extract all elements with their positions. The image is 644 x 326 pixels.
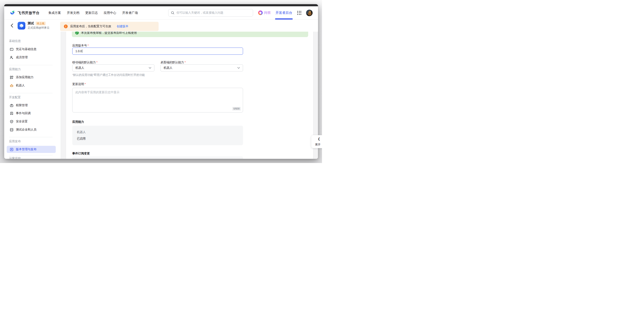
chevron-down-icon [237, 67, 240, 69]
main-content: ✓ 本次发布免审核，提交发布后即可上线使用 应用版本号* 1.0.0 移动端的默… [66, 32, 313, 159]
capability-helper-text: “默认的应用功能”即用户通过工作台访问应用时打开的功能 [72, 73, 145, 77]
mobile-capability-select[interactable]: 机器人 [72, 64, 154, 72]
app-name: 测试 [28, 21, 34, 25]
sidebar-item-credentials[interactable]: 凭证与基础信息 [7, 46, 56, 53]
sidebar-divider [9, 155, 52, 155]
shield-check-icon [10, 120, 14, 124]
sidebar-section-dev-config: 开发配置 [9, 96, 21, 99]
desktop-background: 飞书开放平台 集成方案 开发文档 更新日志 应用中心 开发者广场 你可以输入关键… [0, 0, 322, 163]
expand-label: 展开 [315, 143, 320, 146]
sidebar-divider [9, 65, 52, 65]
event-summary-card-partial [72, 156, 243, 159]
success-text: 本次发布免审核，提交发布后即可上线使用 [81, 32, 137, 35]
status-badge: 待上线 [36, 22, 46, 25]
warning-icon: ! [64, 24, 68, 28]
qna-link[interactable]: 问答 [258, 10, 271, 15]
brand-name: 飞书开放平台 [18, 10, 40, 15]
nav-item-app-center[interactable]: 应用中心 [104, 11, 116, 15]
code-square-icon [10, 128, 14, 132]
release-notes-label: 更新说明* [72, 82, 86, 86]
warning-text: 应用发布后，当前配置方可生效 [70, 24, 111, 28]
sidebar-divider [9, 93, 52, 93]
publish-arrow-icon [10, 148, 14, 151]
sidebar-section-release: 应用发布 [9, 140, 21, 143]
event-section-heading: 事件订阅变更 [72, 152, 90, 156]
nav-item-docs[interactable]: 开发文档 [67, 11, 80, 15]
success-banner: ✓ 本次发布免审核，提交发布后即可上线使用 [72, 32, 308, 37]
person-add-icon [10, 56, 14, 59]
app-icon [18, 22, 25, 30]
release-notes-placeholder: 此内容将于应用的更新日志中显示 [76, 90, 240, 94]
publish-warning-banner: ! 应用发布后，当前配置方可生效 创建版本 [60, 22, 158, 31]
feishu-logo-icon [10, 10, 16, 16]
double-chevron-left-icon: 《 [316, 137, 320, 142]
sidebar-item-members[interactable]: 成员管理 [7, 54, 56, 61]
back-button[interactable] [10, 24, 15, 28]
robot-icon [10, 84, 14, 87]
qna-label: 问答 [264, 11, 271, 15]
capability-status: 已启用 [77, 137, 238, 140]
expand-panel-button[interactable]: 《 展开 [311, 135, 322, 148]
briefcase-icon [10, 104, 14, 107]
text-caret [82, 50, 82, 53]
capability-section-heading: 应用能力 [72, 120, 84, 124]
sidebar-item-add-capability[interactable]: 添加应用能力 [7, 74, 56, 81]
sidebar-section-monitoring: 运营监控 [9, 156, 21, 159]
version-input[interactable]: 1.0.0 [72, 48, 243, 55]
sidebar-section-basic-info: 基础信息 [9, 39, 21, 43]
version-label: 应用版本号* [72, 44, 88, 48]
chevron-down-icon [149, 67, 151, 69]
nav-item-solutions[interactable]: 集成方案 [48, 11, 61, 15]
active-tab-indicator [275, 18, 293, 20]
sidebar-scrollbar-track[interactable] [61, 32, 66, 159]
nav-menu: 集成方案 开发文档 更新日志 应用中心 开发者广场 [48, 11, 138, 15]
top-nav: 飞书开放平台 集成方案 开发文档 更新日志 应用中心 开发者广场 你可以输入关键… [4, 6, 318, 20]
id-card-icon [10, 48, 14, 51]
search-icon [171, 11, 174, 15]
sidebar: 基础信息 凭证与基础信息 [4, 32, 61, 159]
app-header: 测试 待上线 正式应用@环界云 ! 应用发布后，当前配置方可生效 创建版本 [4, 20, 318, 32]
success-check-icon: ✓ [75, 32, 79, 34]
browser-window: 飞书开放平台 集成方案 开发文档 更新日志 应用中心 开发者广场 你可以输入关键… [4, 4, 318, 159]
bookmark-plus-icon [10, 112, 14, 115]
nav-item-marketplace[interactable]: 开发者广场 [122, 11, 138, 15]
desktop-capability-select[interactable]: 机器人 [160, 64, 243, 72]
window-titlebar [4, 4, 318, 6]
mobile-capability-label: 移动端的默认能力* [72, 60, 98, 64]
char-counter: 0/500 [232, 107, 241, 110]
desktop-capability-label: 桌面端的默认能力* [160, 60, 186, 64]
user-avatar[interactable] [306, 10, 312, 16]
sidebar-item-bot[interactable]: 机器人 [7, 82, 56, 89]
release-notes-textarea[interactable]: 此内容将于应用的更新日志中显示 0/500 [72, 88, 243, 112]
brand-logo[interactable]: 飞书开放平台 [10, 10, 40, 16]
search-placeholder: 你可以输入关键词，或直接输入问题 [176, 11, 223, 15]
apps-grid-icon[interactable] [297, 11, 301, 15]
developer-console-link[interactable]: 开发者后台 [276, 11, 292, 15]
qna-ring-icon [258, 10, 263, 15]
sidebar-divider [9, 137, 52, 137]
search-input[interactable]: 你可以输入关键词，或直接输入问题 [168, 9, 253, 16]
sidebar-item-version-release[interactable]: 版本管理与发布 [7, 146, 56, 153]
sidebar-item-security[interactable]: 安全设置 [7, 118, 56, 125]
sidebar-section-capabilities: 应用能力 [9, 68, 21, 71]
grid-plus-icon [10, 76, 14, 79]
capability-summary-card: 机器人 已启用 [72, 126, 243, 145]
capability-name: 机器人 [77, 130, 238, 134]
nav-item-changelog[interactable]: 更新日志 [85, 11, 98, 15]
sidebar-item-events-callbacks[interactable]: 事件与回调 [7, 110, 56, 117]
app-subtitle: 正式应用@环界云 [28, 26, 50, 30]
create-version-link[interactable]: 创建版本 [117, 24, 128, 28]
app-titles: 测试 待上线 正式应用@环界云 [28, 21, 50, 30]
sidebar-item-permissions[interactable]: 权限管理 [7, 102, 56, 109]
sidebar-item-test-org[interactable]: 测试企业和人员 [7, 126, 56, 133]
